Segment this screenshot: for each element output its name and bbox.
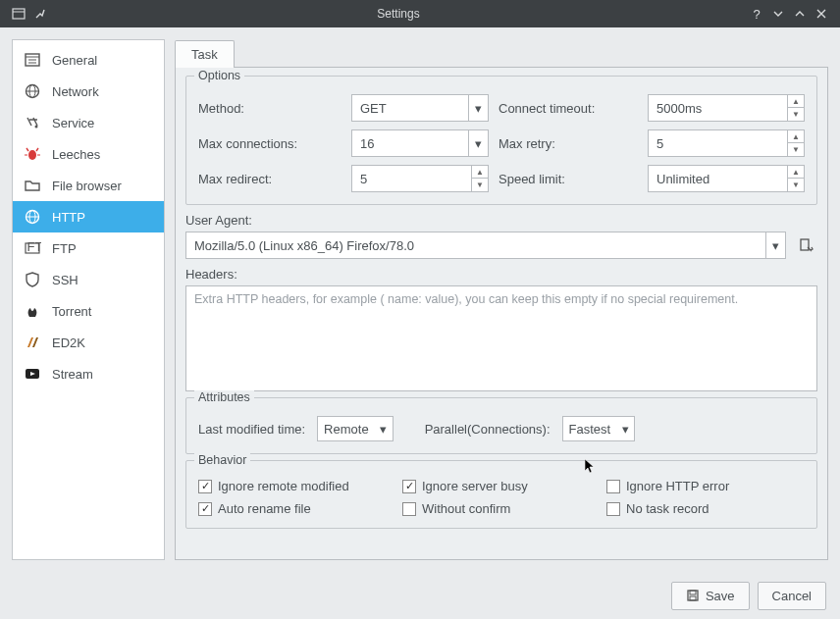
save-button[interactable]: Save (671, 582, 750, 610)
sidebar-item-ssh[interactable]: SSH (13, 264, 164, 295)
group-behavior: Behavior Ignore remote modifiedIgnore se… (185, 460, 817, 529)
max-retry-input[interactable]: 5 ▲▼ (648, 129, 805, 157)
max-redirect-label: Max redirect: (198, 172, 345, 186)
spin-down-icon[interactable]: ▼ (472, 179, 488, 191)
checkbox-box[interactable] (198, 502, 212, 516)
speed-limit-input[interactable]: Unlimited ▲▼ (648, 165, 805, 192)
sidebar-item-stream[interactable]: Stream (13, 358, 164, 389)
lastmod-select[interactable]: Remote ▾ (317, 416, 394, 441)
window-title: Settings (51, 7, 746, 21)
sidebar-item-label: General (52, 53, 97, 68)
sidebar-item-general[interactable]: General (13, 44, 164, 76)
chevron-down-icon[interactable]: ▾ (616, 422, 634, 437)
sidebar-item-label: Service (52, 116, 94, 130)
chevron-down-icon[interactable]: ▾ (468, 95, 488, 121)
sidebar-item-label: Stream (52, 367, 93, 382)
sidebar-item-http[interactable]: HTTP (13, 201, 164, 232)
method-label: Method: (198, 101, 345, 116)
max-conn-select[interactable]: 16 ▾ (351, 129, 489, 157)
spin-down-icon[interactable]: ▼ (788, 108, 804, 121)
checkbox-ignore-server-busy[interactable]: Ignore server busy (402, 479, 599, 493)
app-menu-icon[interactable] (10, 5, 27, 23)
spin-down-icon[interactable]: ▼ (788, 179, 804, 191)
torrent-icon (23, 301, 42, 321)
checkbox-label: No task record (626, 501, 709, 516)
svg-text:FTP: FTP (27, 239, 42, 254)
minimize-icon[interactable] (769, 5, 787, 23)
general-icon (23, 50, 42, 70)
user-agent-label: User Agent: (185, 213, 817, 228)
cancel-button[interactable]: Cancel (758, 582, 826, 610)
tab-task[interactable]: Task (175, 40, 235, 68)
user-agent-select[interactable]: Mozilla/5.0 (Linux x86_64) Firefox/78.0 … (185, 232, 786, 259)
svg-rect-0 (13, 9, 25, 19)
maximize-icon[interactable] (791, 5, 809, 23)
headers-label: Headers: (185, 267, 817, 282)
max-redirect-input[interactable]: 5 ▲▼ (351, 165, 489, 192)
headers-textarea[interactable]: Extra HTTP headers, for example ( name: … (185, 285, 817, 391)
pin-icon[interactable] (31, 5, 49, 23)
checkbox-label: Ignore server busy (422, 479, 528, 493)
group-title: Options (194, 69, 244, 82)
ftp-icon: FTP (23, 238, 42, 258)
connect-timeout-input[interactable]: 5000ms ▲▼ (648, 94, 805, 122)
svg-rect-21 (801, 239, 809, 250)
checkbox-auto-rename-file[interactable]: Auto rename file (198, 501, 394, 516)
sidebar-item-label: Network (52, 84, 99, 99)
spin-up-icon[interactable]: ▲ (788, 95, 804, 108)
shield-icon (23, 270, 42, 289)
sidebar-item-label: HTTP (52, 210, 85, 225)
checkbox-box[interactable] (198, 480, 212, 493)
leeches-icon (23, 144, 42, 164)
sidebar-item-leeches[interactable]: Leeches (13, 138, 164, 170)
spin-down-icon[interactable]: ▼ (788, 143, 804, 156)
checkbox-label: Ignore remote modified (218, 479, 349, 493)
chevron-down-icon[interactable]: ▾ (468, 130, 488, 156)
checkbox-box[interactable] (606, 502, 620, 516)
checkbox-label: Without confirm (422, 501, 510, 516)
edit-user-agent-button[interactable] (794, 233, 817, 257)
sidebar-item-label: Leeches (52, 147, 100, 162)
sidebar-item-label: File browser (52, 179, 122, 193)
sidebar-item-ftp[interactable]: FTP FTP (13, 232, 164, 264)
checkbox-box[interactable] (402, 502, 416, 516)
ed2k-icon (23, 333, 42, 352)
sidebar-item-network[interactable]: Network (13, 76, 164, 107)
chevron-down-icon[interactable]: ▾ (375, 422, 393, 437)
svg-line-11 (26, 148, 28, 151)
sidebar-item-service[interactable]: Service (13, 107, 164, 138)
close-icon[interactable] (813, 5, 830, 23)
service-icon (23, 113, 42, 132)
lastmod-label: Last modified time: (198, 422, 305, 437)
spin-up-icon[interactable]: ▲ (472, 166, 488, 179)
network-icon (23, 81, 42, 101)
method-select[interactable]: GET ▾ (351, 94, 489, 122)
sidebar: General Network Service Leeches File bro… (12, 39, 165, 560)
svg-line-12 (36, 148, 38, 151)
help-icon[interactable]: ? (748, 5, 765, 23)
sidebar-item-label: Torrent (52, 304, 91, 319)
titlebar: Settings ? (0, 0, 840, 27)
checkbox-no-task-record[interactable]: No task record (606, 501, 803, 516)
max-retry-label: Max retry: (495, 136, 642, 151)
parallel-select[interactable]: Fastest ▾ (562, 416, 636, 441)
sidebar-item-torrent[interactable]: Torrent (13, 295, 164, 327)
spin-up-icon[interactable]: ▲ (788, 130, 804, 143)
checkbox-without-confirm[interactable]: Without confirm (402, 501, 599, 516)
checkbox-label: Auto rename file (218, 501, 311, 516)
sidebar-item-ed2k[interactable]: ED2K (13, 327, 164, 358)
group-options: Options Method: GET ▾ Connect timeout: 5… (185, 76, 817, 205)
connect-timeout-label: Connect timeout: (495, 101, 642, 116)
group-title: Behavior (194, 453, 250, 467)
checkbox-box[interactable] (606, 480, 620, 493)
svg-point-9 (35, 126, 38, 129)
save-icon (686, 589, 700, 602)
spin-up-icon[interactable]: ▲ (788, 166, 804, 179)
sidebar-item-filebrowser[interactable]: File browser (13, 170, 164, 201)
chevron-down-icon[interactable]: ▾ (765, 232, 785, 258)
checkbox-ignore-http-error[interactable]: Ignore HTTP error (606, 479, 803, 493)
sidebar-item-label: ED2K (52, 335, 85, 350)
checkbox-box[interactable] (402, 480, 416, 493)
speed-limit-label: Speed limit: (495, 172, 642, 186)
checkbox-ignore-remote-modified[interactable]: Ignore remote modified (198, 479, 394, 493)
